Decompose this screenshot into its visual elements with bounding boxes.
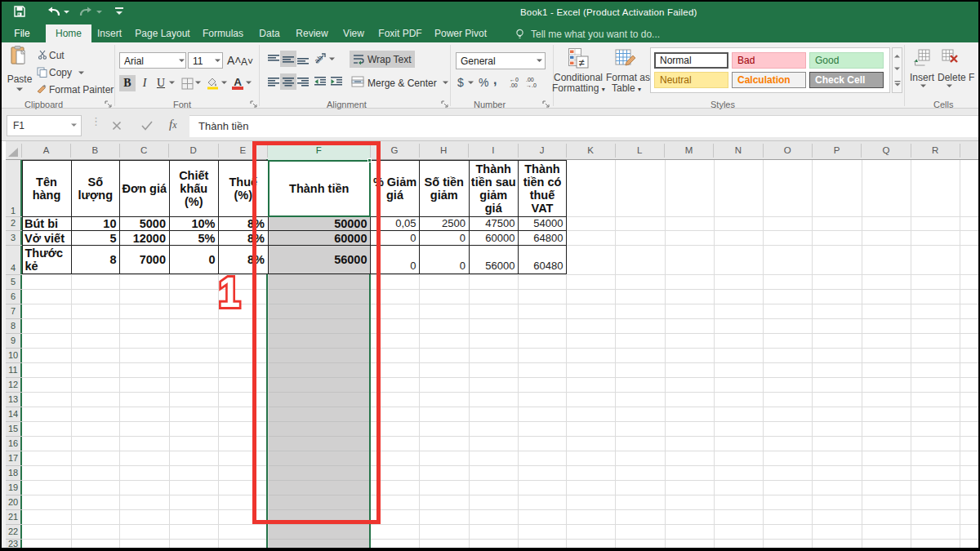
svg-text:←0: ←0 bbox=[510, 77, 519, 82]
svg-text:.00: .00 bbox=[526, 77, 534, 82]
svg-text:ab: ab bbox=[314, 54, 324, 65]
svg-text:≠: ≠ bbox=[579, 57, 585, 69]
svg-text:1: 1 bbox=[219, 269, 240, 315]
svg-text:.00: .00 bbox=[510, 82, 518, 87]
svg-text:→.0: →.0 bbox=[526, 82, 537, 87]
